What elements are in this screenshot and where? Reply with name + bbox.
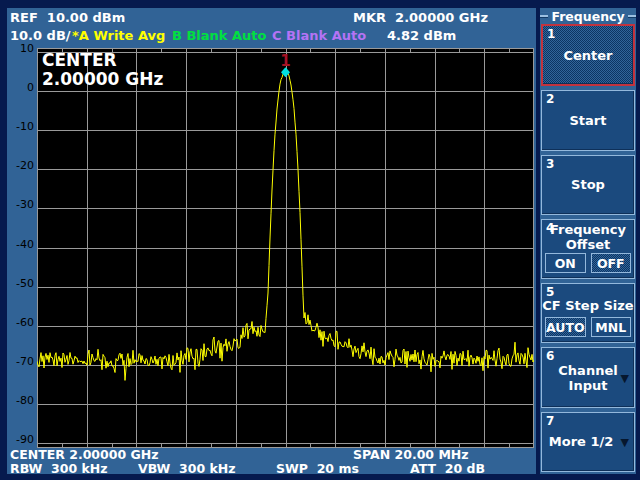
softkey-more[interactable]: 7 More 1/2 ▼ — [541, 412, 635, 472]
softkey-menu: Frequency 1 Center 2 Start 3 Stop 4 Freq… — [540, 8, 636, 474]
attenuation-readout: ATT 20 dB — [410, 462, 485, 476]
softkey-stop[interactable]: 3 Stop — [541, 155, 635, 215]
ref-label: REF — [10, 10, 38, 25]
y-axis-tick-label: -60 — [0, 316, 34, 329]
softkey-label: Center — [543, 26, 633, 84]
toggle-on-button[interactable]: ON — [545, 253, 586, 273]
swp-value: 20 ms — [317, 461, 359, 476]
swp-label: SWP — [276, 461, 308, 476]
y-axis-tick-label: -10 — [0, 120, 34, 133]
softkey-number: 6 — [546, 349, 554, 363]
mkr-freq: 2.00000 GHz — [395, 10, 488, 25]
cf-step-size-toggle: AUTO MNL — [545, 317, 631, 337]
plot-center-annotation: CENTER 2.00000 GHz — [42, 51, 163, 89]
spectrum-plot: 1 — [37, 48, 534, 448]
softkey-number: 3 — [546, 157, 554, 171]
frequency-offset-toggle: ON OFF — [545, 253, 631, 273]
sweep-readout: SWP 20 ms — [276, 462, 359, 476]
softkey-number: 7 — [546, 414, 554, 428]
att-value: 20 dB — [445, 461, 485, 476]
rbw-value: 300 kHz — [51, 461, 108, 476]
toggle-off-button[interactable]: OFF — [591, 253, 632, 273]
span-readout: SPAN 20.00 MHz — [353, 448, 469, 462]
scale-readout: 10.0 dB/ — [10, 28, 71, 43]
trace-b-status: B Blank Auto — [172, 28, 266, 43]
softkey-label: CF Step Size — [542, 284, 634, 317]
softkey-cf-step-size[interactable]: 5 CF Step Size AUTO MNL — [541, 283, 635, 343]
softkey-label-line2: Offset — [566, 237, 610, 252]
trace-a-line — [37, 71, 534, 380]
marker-readout-level: 4.82 dBm — [387, 28, 456, 43]
rbw-label: RBW — [10, 461, 42, 476]
softkey-label: Start — [542, 91, 634, 149]
softkey-label: Stop — [542, 156, 634, 214]
menu-title-row: Frequency — [540, 9, 636, 23]
y-axis-tick-label: -40 — [0, 238, 34, 251]
softkey-label-line1: Channel — [558, 363, 617, 378]
trace-a-status: *A Write Avg — [72, 28, 165, 43]
menu-title-line-right — [628, 15, 636, 18]
chevron-down-icon: ▼ — [621, 372, 629, 383]
rbw-readout: RBW 300 kHz — [10, 462, 107, 476]
softkey-label-line2: Input — [569, 378, 608, 393]
plot-center-annotation-line1: CENTER — [42, 51, 163, 70]
softkey-frequency-offset[interactable]: 4 Frequency Offset ON OFF — [541, 219, 635, 279]
vbw-value: 300 kHz — [179, 461, 236, 476]
ref-value: 10.00 dBm — [47, 10, 125, 25]
vbw-readout: VBW 300 kHz — [138, 462, 236, 476]
center-freq-readout: CENTER 2.00000 GHz — [10, 448, 159, 462]
ref-level-readout: REF 10.00 dBm — [10, 10, 125, 25]
softkey-number: 4 — [546, 221, 554, 235]
trace-c-status: C Blank Auto — [272, 28, 366, 43]
marker-readout-freq: MKR 2.00000 GHz — [353, 10, 488, 25]
softkey-center[interactable]: 1 Center — [541, 24, 635, 86]
att-label: ATT — [410, 461, 436, 476]
y-axis-tick-label: 0 — [0, 81, 34, 94]
y-axis-tick-label: -50 — [0, 277, 34, 290]
softkey-label: Frequency Offset — [542, 220, 634, 253]
softkey-start[interactable]: 2 Start — [541, 90, 635, 150]
y-axis-tick-label: -80 — [0, 394, 34, 407]
softkey-number: 1 — [547, 27, 555, 41]
graticule-display: 1 — [37, 48, 534, 448]
y-axis-tick-label: -20 — [0, 159, 34, 172]
softkey-number: 5 — [546, 285, 554, 299]
mkr-label: MKR — [353, 10, 386, 25]
y-axis-tick-label: -90 — [0, 433, 34, 446]
grid-lines — [37, 48, 534, 448]
y-axis-tick-label: 10 — [0, 42, 34, 55]
menu-title-line-left — [540, 15, 548, 18]
vbw-label: VBW — [138, 461, 170, 476]
menu-title: Frequency — [551, 9, 624, 24]
plot-center-annotation-line2: 2.00000 GHz — [42, 70, 163, 89]
toggle-auto-button[interactable]: AUTO — [545, 317, 586, 337]
toggle-mnl-button[interactable]: MNL — [591, 317, 631, 337]
chevron-down-icon: ▼ — [621, 436, 629, 447]
y-axis-tick-label: -30 — [0, 198, 34, 211]
spectrum-analyzer-screen: REF 10.00 dBm MKR 2.00000 GHz 10.0 dB/ *… — [0, 0, 640, 480]
y-axis-tick-label: -70 — [0, 355, 34, 368]
softkey-number: 2 — [546, 92, 554, 106]
menu-buttons: 1 Center 2 Start 3 Stop 4 Frequency Offs… — [540, 23, 636, 474]
softkey-label-line1: Frequency — [550, 222, 626, 237]
softkey-channel-input[interactable]: 6 Channel Input ▼ — [541, 347, 635, 407]
